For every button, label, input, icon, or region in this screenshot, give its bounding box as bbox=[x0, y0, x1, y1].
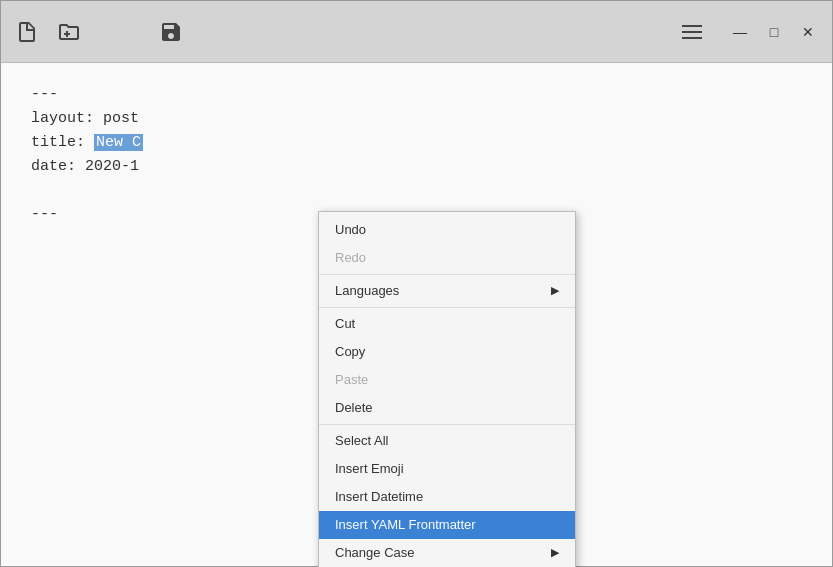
menu-item-undo[interactable]: Undo bbox=[319, 216, 575, 244]
menu-item-insert-yaml[interactable]: Insert YAML Frontmatter bbox=[319, 511, 575, 539]
line-3: title: New C bbox=[31, 131, 802, 155]
menu-item-cut[interactable]: Cut bbox=[319, 310, 575, 338]
menu-item-delete[interactable]: Delete bbox=[319, 394, 575, 422]
separator-1 bbox=[319, 274, 575, 275]
line-1: --- bbox=[31, 83, 802, 107]
menu-item-change-case[interactable]: Change Case ▶ bbox=[319, 539, 575, 567]
menu-item-redo: Redo bbox=[319, 244, 575, 272]
arrow-icon: ▶ bbox=[551, 282, 559, 300]
editor-content[interactable]: --- layout: post title: New C date: 2020… bbox=[1, 63, 832, 566]
titlebar-left bbox=[9, 14, 189, 50]
context-menu: Undo Redo Languages ▶ Cut Copy Paste Del… bbox=[318, 211, 576, 567]
line-2: layout: post bbox=[31, 107, 802, 131]
separator-3 bbox=[319, 424, 575, 425]
menu-item-copy[interactable]: Copy bbox=[319, 338, 575, 366]
menu-item-paste: Paste bbox=[319, 366, 575, 394]
hamburger-icon bbox=[682, 25, 702, 39]
new-file-icon[interactable] bbox=[9, 14, 45, 50]
separator-2 bbox=[319, 307, 575, 308]
save-file-icon[interactable] bbox=[153, 14, 189, 50]
titlebar: — □ ✕ bbox=[1, 1, 832, 63]
close-button[interactable]: ✕ bbox=[792, 16, 824, 48]
selected-text: New C bbox=[94, 134, 143, 151]
line-5 bbox=[31, 179, 802, 203]
minimize-button[interactable]: — bbox=[724, 16, 756, 48]
menu-item-languages[interactable]: Languages ▶ bbox=[319, 277, 575, 305]
menu-item-select-all[interactable]: Select All bbox=[319, 427, 575, 455]
menu-button[interactable] bbox=[672, 12, 712, 52]
open-file-icon[interactable] bbox=[51, 14, 87, 50]
line-4: date: 2020-1 bbox=[31, 155, 802, 179]
menu-item-insert-datetime[interactable]: Insert Datetime bbox=[319, 483, 575, 511]
editor-text: --- layout: post title: New C date: 2020… bbox=[31, 83, 802, 227]
change-case-arrow-icon: ▶ bbox=[551, 544, 559, 562]
maximize-button[interactable]: □ bbox=[758, 16, 790, 48]
menu-item-insert-emoji[interactable]: Insert Emoji bbox=[319, 455, 575, 483]
main-window: — □ ✕ --- layout: post title: New C date… bbox=[0, 0, 833, 567]
titlebar-right: — □ ✕ bbox=[672, 12, 824, 52]
